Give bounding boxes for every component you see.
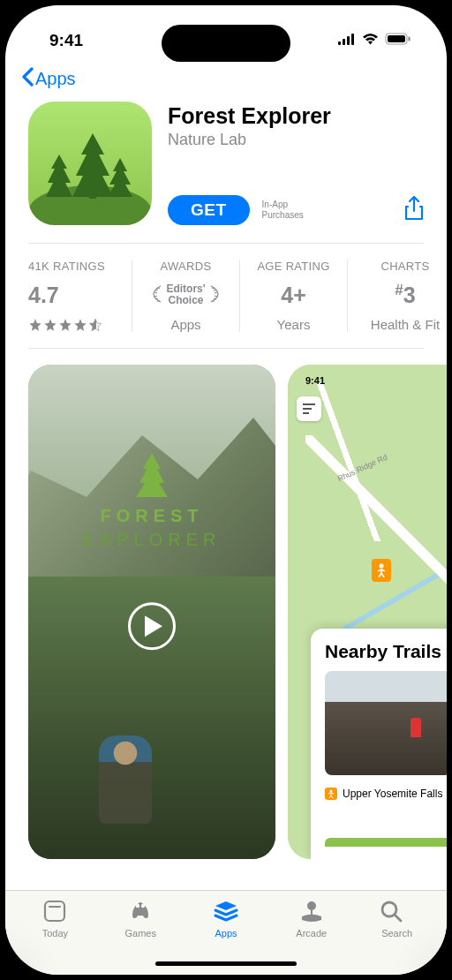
hiker-icon xyxy=(325,788,337,800)
meta-ratings[interactable]: 41K RATINGS 4.7 xyxy=(28,260,132,332)
preview-carousel[interactable]: FOREST EXPLORER 9:41 Rhus Ridge Rd Nearb… xyxy=(5,349,447,859)
preview-status-time: 9:41 xyxy=(305,375,325,386)
cellular-icon xyxy=(338,33,356,49)
preview-screenshot-1[interactable]: 9:41 Rhus Ridge Rd Nearby Trails xyxy=(288,365,447,859)
chevron-left-icon xyxy=(21,67,34,91)
arcade-icon xyxy=(298,898,325,924)
svg-rect-6 xyxy=(409,37,411,41)
battery-icon xyxy=(385,33,411,49)
play-button[interactable] xyxy=(128,602,176,650)
back-button[interactable]: Apps xyxy=(5,58,447,94)
preview-title: FOREST EXPLORER xyxy=(28,506,275,550)
iap-notice: In-App Purchases xyxy=(262,200,392,221)
tab-label: Arcade xyxy=(296,928,327,939)
meta-ratings-label: 41K RATINGS xyxy=(28,260,105,273)
menu-icon xyxy=(303,403,315,414)
app-icon[interactable] xyxy=(28,102,152,225)
meta-charts-category: Health & Fit xyxy=(371,317,440,332)
home-indicator[interactable] xyxy=(155,961,297,966)
svg-rect-0 xyxy=(338,41,341,45)
app-meta-row[interactable]: 41K RATINGS 4.7 AWARDS Editors' Choice A… xyxy=(5,244,447,348)
svg-line-20 xyxy=(395,915,401,921)
games-icon xyxy=(127,898,154,924)
app-title: Forest Explorer xyxy=(168,103,424,129)
svg-rect-1 xyxy=(343,39,345,45)
meta-awards-value: Editors' Choice xyxy=(152,283,219,306)
tree-icon xyxy=(136,453,168,502)
meta-age-label: AGE RATING xyxy=(257,260,329,273)
svg-rect-5 xyxy=(388,35,405,42)
today-icon xyxy=(41,898,68,924)
preview-video[interactable]: FOREST EXPLORER xyxy=(28,365,275,859)
map-menu-button xyxy=(297,396,321,421)
search-icon xyxy=(384,898,411,924)
app-subtitle[interactable]: Nature Lab xyxy=(168,131,424,149)
meta-awards[interactable]: AWARDS Editors' Choice Apps xyxy=(132,260,240,332)
svg-rect-13 xyxy=(45,901,64,921)
expand-search-link: Expand Search xyxy=(325,817,447,829)
meta-awards-category: Apps xyxy=(170,317,200,332)
meta-ratings-value: 4.7 xyxy=(28,283,59,308)
tab-label: Games xyxy=(124,928,155,939)
trails-card-title: Nearby Trails xyxy=(325,641,447,662)
status-time: 9:41 xyxy=(49,31,83,50)
trail-name: Upper Yosemite Falls xyxy=(343,788,447,800)
play-icon xyxy=(145,615,162,637)
get-button[interactable]: GET xyxy=(168,195,250,225)
svg-point-16 xyxy=(141,904,145,908)
share-button[interactable] xyxy=(404,196,424,224)
app-header: Forest Explorer Nature Lab GET In-App Pu… xyxy=(5,94,447,243)
meta-age[interactable]: AGE RATING 4+ Years xyxy=(240,260,348,332)
apps-icon xyxy=(213,898,239,924)
svg-rect-2 xyxy=(347,36,350,45)
trail-row: Upper Yosemite Falls Distance 14.2M xyxy=(325,782,447,804)
wifi-icon xyxy=(362,33,379,49)
trail-photo xyxy=(325,671,447,775)
svg-rect-10 xyxy=(303,412,309,414)
action-bar xyxy=(325,838,447,847)
svg-point-15 xyxy=(136,904,139,908)
tab-label: Search xyxy=(381,928,412,939)
meta-charts-label: CHARTS xyxy=(380,260,429,273)
app-info: Forest Explorer Nature Lab GET In-App Pu… xyxy=(168,102,424,225)
trails-card: Nearby Trails Upper Yosemite Falls Dista… xyxy=(311,629,447,859)
laurel-left-icon xyxy=(152,284,162,306)
map-marker-icon xyxy=(372,559,391,582)
svg-rect-9 xyxy=(303,408,312,410)
status-indicators xyxy=(338,33,411,49)
header-actions: GET In-App Purchases xyxy=(168,195,424,225)
meta-ratings-stars xyxy=(28,318,102,332)
device-frame: 9:41 Apps Forest Explorer xyxy=(5,5,447,975)
svg-point-11 xyxy=(380,564,384,569)
tab-label: Apps xyxy=(215,928,237,939)
tab-label: Today xyxy=(42,928,68,939)
dynamic-island xyxy=(162,25,290,62)
svg-rect-7 xyxy=(89,192,96,199)
svg-rect-3 xyxy=(351,34,354,45)
meta-awards-label: AWARDS xyxy=(161,260,212,273)
laurel-right-icon xyxy=(209,284,220,306)
svg-rect-8 xyxy=(303,403,315,405)
back-label: Apps xyxy=(35,69,76,89)
meta-charts-value: #3 xyxy=(395,282,415,308)
svg-point-17 xyxy=(307,901,316,910)
meta-age-value: 4+ xyxy=(281,283,306,308)
tab-today[interactable]: Today xyxy=(19,898,90,975)
meta-charts[interactable]: CHARTS #3 Health & Fit xyxy=(348,260,447,332)
meta-age-unit: Years xyxy=(277,317,311,332)
tab-search[interactable]: Search xyxy=(362,898,433,975)
